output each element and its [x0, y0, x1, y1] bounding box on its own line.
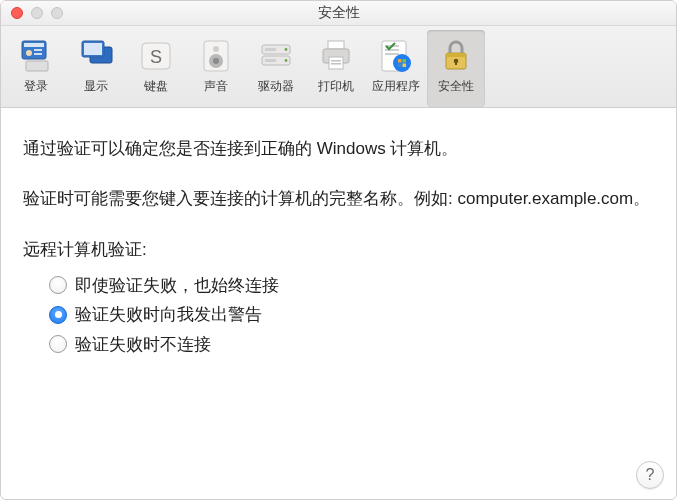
toolbar-item-apps[interactable]: 应用程序	[367, 30, 425, 107]
svg-rect-36	[446, 53, 466, 57]
window-title: 安全性	[1, 4, 676, 22]
svg-rect-28	[385, 49, 399, 51]
toolbar-label-printers: 打印机	[318, 78, 354, 95]
toolbar-item-printers[interactable]: 打印机	[307, 30, 365, 107]
toolbar-item-login[interactable]: 登录	[7, 30, 65, 107]
keyboard-icon: S	[135, 34, 177, 76]
radio-option-always-connect[interactable]: 即使验证失败，也始终连接	[49, 273, 654, 299]
radio-button-icon	[49, 276, 67, 294]
svg-rect-4	[34, 53, 42, 55]
preferences-toolbar: 登录 显示 S 键盘	[1, 26, 676, 108]
svg-point-14	[213, 58, 219, 64]
toolbar-item-security[interactable]: 安全性	[427, 30, 485, 107]
toolbar-item-display[interactable]: 显示	[67, 30, 125, 107]
svg-rect-19	[265, 48, 276, 51]
toolbar-label-sound: 声音	[204, 78, 228, 95]
toolbar-item-keyboard[interactable]: S 键盘	[127, 30, 185, 107]
svg-rect-5	[26, 61, 48, 71]
sound-icon	[195, 34, 237, 76]
svg-point-12	[213, 46, 219, 52]
security-icon	[435, 34, 477, 76]
svg-rect-8	[84, 43, 102, 55]
help-icon: ?	[646, 466, 655, 484]
security-description-1: 通过验证可以确定您是否连接到正确的 Windows 计算机。	[23, 136, 654, 162]
svg-rect-24	[331, 60, 341, 62]
svg-text:S: S	[150, 47, 162, 67]
radio-button-icon	[49, 306, 67, 324]
toolbar-label-keyboard: 键盘	[144, 78, 168, 95]
help-button[interactable]: ?	[636, 461, 664, 489]
svg-rect-33	[398, 64, 402, 68]
titlebar: 安全性	[1, 1, 676, 26]
display-icon	[75, 34, 117, 76]
toolbar-label-display: 显示	[84, 78, 108, 95]
svg-rect-29	[385, 53, 399, 55]
svg-rect-34	[403, 64, 407, 68]
minimize-window-button[interactable]	[31, 7, 43, 19]
security-pane: 通过验证可以确定您是否连接到正确的 Windows 计算机。 验证时可能需要您键…	[1, 108, 676, 371]
svg-rect-1	[24, 43, 44, 47]
toolbar-label-login: 登录	[24, 78, 48, 95]
preferences-window: 安全性 登录	[0, 0, 677, 500]
toolbar-label-security: 安全性	[438, 78, 474, 95]
svg-point-18	[285, 59, 288, 62]
apps-icon	[375, 34, 417, 76]
close-window-button[interactable]	[11, 7, 23, 19]
radio-selected-dot-icon	[55, 311, 62, 318]
radio-button-icon	[49, 335, 67, 353]
radio-label-warn: 验证失败时向我发出警告	[75, 302, 262, 328]
svg-point-17	[285, 48, 288, 51]
svg-rect-25	[331, 63, 341, 65]
svg-rect-31	[398, 59, 402, 63]
radio-option-warn[interactable]: 验证失败时向我发出警告	[49, 302, 654, 328]
toolbar-item-sound[interactable]: 声音	[187, 30, 245, 107]
svg-rect-21	[328, 41, 344, 49]
toolbar-label-apps: 应用程序	[372, 78, 420, 95]
toolbar-item-drives[interactable]: 驱动器	[247, 30, 305, 107]
remote-auth-radio-group: 即使验证失败，也始终连接 验证失败时向我发出警告 验证失败时不连接	[23, 273, 654, 358]
radio-label-always: 即使验证失败，也始终连接	[75, 273, 279, 299]
printers-icon	[315, 34, 357, 76]
window-controls	[1, 7, 63, 19]
svg-point-30	[393, 54, 411, 72]
radio-label-never: 验证失败时不连接	[75, 332, 211, 358]
svg-rect-38	[455, 61, 457, 65]
toolbar-label-drives: 驱动器	[258, 78, 294, 95]
security-description-2: 验证时可能需要您键入要连接的计算机的完整名称。例如: computer.exam…	[23, 186, 654, 212]
drives-icon	[255, 34, 297, 76]
zoom-window-button[interactable]	[51, 7, 63, 19]
svg-rect-32	[403, 59, 407, 63]
remote-auth-label: 远程计算机验证:	[23, 237, 654, 263]
svg-point-2	[26, 50, 32, 56]
login-icon	[15, 34, 57, 76]
svg-rect-20	[265, 59, 276, 62]
radio-option-never-connect[interactable]: 验证失败时不连接	[49, 332, 654, 358]
svg-rect-3	[34, 49, 42, 51]
